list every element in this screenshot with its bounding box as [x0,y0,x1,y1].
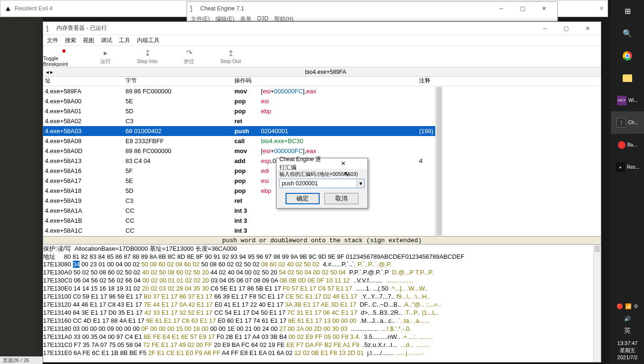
tray-icon[interactable]: 📶 [625,303,632,309]
taskbar-record[interactable]: Ba... [611,134,644,156]
hex-row[interactable]: 17E130E0 14 14 15 16 18 19 31 02 20 02 0… [43,285,601,293]
background-game-strip [0,17,43,364]
toolbar-label: Toggle Breakpoint [43,55,85,67]
ime-indicator[interactable]: 英 [624,327,631,335]
taskbar-clock[interactable]: 13:37:47 星期五 2021/7/2 [611,337,644,364]
assemble-dialog-title: Cheat Engine 逐行汇编 [279,155,322,172]
mv-menu-item[interactable]: 文件 [47,36,58,45]
mv-menu-item[interactable]: 内核工具 [137,36,160,45]
search-icon: 🔍 [622,28,633,39]
assemble-input[interactable] [280,179,357,188]
col-opcode[interactable]: 操作码 [233,77,417,86]
current-address-bar[interactable]: ◂ ▸ bio4.exe+589FA [43,67,601,77]
taskbar-chrome[interactable] [611,45,644,67]
toolbar-toggle-breakpoint[interactable]: ●Toggle Breakpoint [43,46,85,67]
toolbar-label: 运行 [100,58,111,65]
mv-menu-item[interactable]: 调试 [101,36,112,45]
disasm-row[interactable]: 4.exe+58A02C3ret [43,116,435,126]
taskbar-re4[interactable]: ▲Res... [611,156,644,178]
disassembly-list[interactable]: 4.exe+589FA89 86 FC000000mov[esi+000000F… [43,86,435,236]
chrome-icon [623,51,632,61]
ce-maximize-button[interactable]: ▢ [512,2,533,15]
disasm-row[interactable]: 4.exe+58A175Epopesi [43,176,435,186]
page-footer: 页面26 / 26 [0,356,43,364]
tray-volume-icon[interactable]: 🔊 [624,316,631,322]
toolbar-步过[interactable]: ↷步过 [168,46,210,67]
disasm-row[interactable]: 4.exe+58A1BCCint 3 [43,216,435,226]
clock-time: 13:37:47 [611,340,644,347]
mv-menu-item[interactable]: 视图 [83,36,94,45]
hex-row[interactable]: 17E13080 34 00 23 01 00 04 00 02 50 08 6… [43,261,601,269]
mv-minimize-button[interactable]: ─ [534,22,555,35]
mv-close-button[interactable]: ✕ [577,22,598,35]
disasm-row[interactable]: 4.exe+58A185Dpopebp [43,186,435,196]
col-bytes[interactable]: 字节 [124,77,233,86]
toolbar-step-out[interactable]: ↥Step Out [210,46,251,67]
toolbar-label: Step Out [220,58,241,64]
ce-close-button[interactable]: ✕ [533,2,555,15]
col-comment[interactable]: 注释 [417,77,601,86]
disasm-row[interactable]: 4.exe+58A1DCCint 3 [43,236,435,236]
taskbar-label: Wi... [628,98,638,103]
toolbar-glyph-icon: ● [62,46,66,55]
disasm-row[interactable]: 4.exe+589FA89 86 FC000000mov[esi+000000F… [43,86,435,96]
toolbar-运行[interactable]: ▸运行 [85,46,126,67]
hex-pane[interactable]: 保护:读/写 AllocationBase=17DB0000 基址=17E130… [43,245,601,362]
disasm-row[interactable]: 4.exe+58A19C3ret [43,196,435,206]
tray-icon[interactable]: 🔴 [617,303,623,309]
disasm-row[interactable]: 4.exe+58A08E8 2332FBFFcallbio4.exe+BC30 [43,136,435,146]
col-address[interactable]: 址 [43,77,124,86]
opcode-description: push word or doubleword onto the stack (… [43,236,601,245]
disasm-row[interactable]: 4.exe+58A0368 01000402push02040001(198) [43,126,435,136]
taskbar-cheatengine[interactable]: ⟆Ch... [611,111,644,134]
taskbar-label: Res... [627,164,639,170]
disasm-row[interactable]: 4.exe+58A005Epopesi [43,96,435,106]
re4-title: Resident Evil 4 [15,5,53,12]
taskbar-explorer[interactable] [611,67,644,89]
hex-row[interactable]: 17E131A0 33 00 35 04 00 97 C4 E1 8E FE E… [43,333,601,341]
assemble-dropdown-button[interactable]: ▾ [357,179,364,188]
assemble-dialog-close-button[interactable]: ✕ [322,160,365,167]
hex-row[interactable]: 17E13140 64 3E E1 17 D0 35 E1 17 42 33 E… [43,309,601,317]
hex-row[interactable]: 17E130A0 50 02 50 08 60 02 50 02 40 02 5… [43,269,601,277]
tray-icon[interactable]: ⚙ [634,303,638,309]
disasm-row[interactable]: 4.exe+58A1ACCint 3 [43,206,435,216]
mv-maximize-button[interactable]: ▢ [555,22,577,35]
hex-row[interactable]: 17E13120 44 46 E1 17 C8 43 E1 17 7E 44 E… [43,301,601,309]
assemble-cancel-button[interactable]: 取消 [324,193,358,204]
hex-icon: HEX [617,96,626,105]
ce-minimize-button[interactable]: ─ [491,2,512,15]
taskbar-start[interactable]: ⊞ [611,0,644,22]
taskbar-label: Ba... [627,142,637,147]
toolbar-glyph-icon: ▸ [104,48,107,57]
hex-row[interactable]: 17E13160 CC 4D E1 17 88 4A E1 17 9E 61 E… [43,317,601,325]
hex-row[interactable]: 17E13180 03 00 00 00 09 00 00 00 0F 00 0… [43,325,601,333]
re4-close-button[interactable]: × [599,4,604,13]
disasm-row[interactable]: 4.exe+58A1383 C4 04addesp,04 [43,156,435,166]
disasm-row[interactable]: 4.exe+58A165Fpopedi [43,166,435,176]
taskbar-search[interactable]: 🔍 [611,22,644,45]
disasm-header-row: 址 字节 操作码 注释 [43,77,601,86]
toolbar-glyph-icon: ↷ [186,48,192,57]
disasm-scrollbar[interactable] [435,86,443,236]
disasm-row[interactable]: 4.exe+58A015Dpopebp [43,106,435,116]
record-icon [618,141,626,149]
disasm-row[interactable]: 4.exe+58A0D89 86 FC000000mov[esi+000000F… [43,146,435,156]
assemble-ok-button[interactable]: 确定 [286,193,320,204]
taskbar-hex[interactable]: HEXWi... [611,89,644,111]
hex-scrollbar[interactable] [593,245,601,362]
hex-row[interactable]: 17E131E0 6A FE 6C E1 1B 8B BE F5 2F E1 C… [43,349,601,357]
hex-row[interactable]: 17E130C0 06 04 56 02 56 02 66 04 00 02 0… [43,277,601,285]
mv-menu-item[interactable]: 搜索 [65,36,76,45]
mv-menu-item[interactable]: 工具 [119,36,130,45]
clock-day: 星期五 [611,347,644,354]
disasm-row[interactable]: 4.exe+58A1CCCint 3 [43,226,435,236]
start-icon: ⊞ [622,6,633,17]
toolbar-step-into[interactable]: ↧Step Into [126,46,168,67]
toolbar-label: Step Into [137,58,158,64]
memviewer-icon [46,25,54,32]
windows-taskbar[interactable]: ⊞🔍HEXWi...⟆Ch...Ba...▲Res... 🔴📶⚙ 🔊 英 13:… [611,0,644,364]
assemble-input-combo[interactable]: ▾ [279,179,365,188]
hex-row[interactable]: 17E131C0 F7 35 7A 07 75 05 58 04 72 FE E… [43,341,601,349]
hex-row[interactable]: 17E13100 C0 59 E1 17 96 59 E1 17 B0 37 E… [43,293,601,301]
